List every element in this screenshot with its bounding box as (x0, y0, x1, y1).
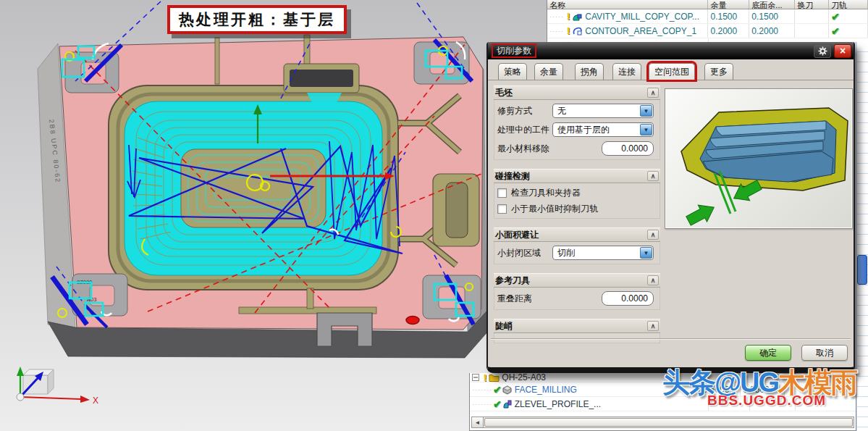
tree-connector: ······· (472, 401, 492, 408)
stepped-cavity-illustration (665, 89, 852, 228)
table-row[interactable]: ····· ! CONTOUR_AREA_COPY_1 0.2000 0.200… (547, 24, 868, 38)
operation-name: CONTOUR_AREA_COPY_1 (585, 26, 696, 36)
column-allowance[interactable]: 余量 (708, 0, 749, 9)
overlap-distance-label: 重叠距离 (497, 293, 532, 305)
axis-x-label: X (93, 396, 98, 406)
red-dot-marker (406, 317, 419, 325)
cancel-button[interactable]: 取消 (801, 345, 848, 361)
small-closed-area-label: 小封闭区域 (497, 247, 541, 259)
contour-area-icon (572, 26, 583, 36)
close-icon: × (840, 46, 846, 56)
allowance-value: 0.1500 (708, 9, 749, 23)
group-header-reference-tool[interactable]: 参考刀具 ∧ (494, 273, 660, 288)
tab-strategy[interactable]: 策略 (498, 63, 527, 80)
allowance-value (709, 397, 750, 411)
navigator-header-row: 名称 余量 底面余... 换刀 刀轨 (547, 0, 868, 9)
group-title: 陡峭 (495, 320, 513, 332)
floor-allowance-value: 0.2000 (749, 24, 795, 38)
floor-allowance-value (750, 397, 796, 411)
floor-allowance-value: 0.1500 (749, 9, 795, 23)
group-header-small-area[interactable]: 小面积避让 ∧ (494, 227, 660, 242)
min-removal-label: 最小材料移除 (497, 143, 549, 155)
application-window: 2B8 UPC 80-62 (0, 0, 868, 431)
gear-icon (818, 46, 827, 56)
toolpath-ok-icon: ✔ (831, 25, 840, 37)
operation-name: CAVITY_MILL_COPY_COP... (585, 12, 699, 22)
ok-button[interactable]: 确定 (745, 345, 791, 361)
tree-connector: ····· (549, 28, 564, 35)
suppress-below-min-label: 小于最小值时抑制刀轨 (511, 203, 598, 215)
trim-mode-dropdown[interactable]: 无 ▼ (552, 104, 654, 118)
tab-connections[interactable]: 连接 (612, 63, 641, 80)
tree-row-operation[interactable]: ······· ✔ ZLEVEL_PROFILE_... (470, 397, 856, 411)
tree-row-operation[interactable]: ······· ✔ FACE_MILLING 0.6000 0.0500 ✔ (470, 382, 856, 397)
check-tool-holder-label: 检查刀具和夹持器 (511, 187, 581, 199)
ipw-label: 处理中的工件 (497, 124, 549, 136)
chevron-down-icon: ▼ (644, 127, 649, 133)
annotation-banner: 热处理开粗：基于层 (167, 5, 347, 34)
expander-minus-icon[interactable] (472, 373, 479, 382)
collapse-chevron-icon[interactable]: ∧ (647, 275, 659, 285)
tab-stock[interactable]: 余量 (534, 63, 563, 80)
collapse-chevron-icon[interactable]: ∧ (647, 230, 659, 240)
tab-corners[interactable]: 拐角 (575, 63, 604, 80)
operation-navigator-bottom[interactable]: ! QH-25-A03 ······· ✔ FACE_MILLING 0.600… (469, 373, 856, 431)
group-title: 毛坯 (495, 87, 513, 99)
chevron-down-icon: ▼ (644, 108, 649, 114)
collapse-chevron-icon[interactable]: ∧ (647, 321, 659, 331)
horizontal-scrollbar-thumb[interactable] (484, 418, 853, 427)
tree-row-program-group[interactable]: ! QH-25-A03 (470, 373, 856, 382)
group-title: 碰撞检测 (495, 170, 530, 183)
group-header-steep[interactable]: 陡峭 ∧ (494, 319, 660, 333)
toolchange-value (795, 24, 829, 38)
warning-icon: ! (567, 25, 570, 36)
mold-3d-scene: 2B8 UPC 80-62 (0, 0, 550, 431)
dialog-titlebar[interactable]: 切削参数 × (488, 42, 854, 59)
min-removal-input[interactable]: 0.0000 (602, 141, 654, 156)
viewport-3d[interactable]: 2B8 UPC 80-62 (0, 0, 550, 431)
tab-containment[interactable]: 空间范围 (649, 63, 695, 80)
mold-cavity (109, 85, 398, 290)
horizontal-scrollbar[interactable]: ◄ (471, 417, 854, 428)
face-milling-icon (502, 385, 513, 395)
operation-navigator-table[interactable]: 名称 余量 底面余... 换刀 刀轨 ····· ! CAVITY_MILL_C… (547, 0, 868, 42)
group-header-collision[interactable]: 碰撞检测 ∧ (494, 169, 660, 183)
check-tool-holder-checkbox[interactable] (497, 188, 507, 198)
tree-connector: ······· (472, 386, 492, 393)
dialog-close-button[interactable]: × (834, 44, 851, 58)
column-name[interactable]: 名称 (547, 0, 708, 9)
small-closed-area-dropdown[interactable]: 切削 ▼ (552, 246, 654, 260)
toolpath-ok-icon: ✔ (831, 11, 840, 22)
ipw-dropdown[interactable]: 使用基于层的 ▼ (552, 122, 654, 137)
suppress-below-min-checkbox[interactable] (497, 204, 507, 214)
chevron-down-icon: ▼ (644, 250, 649, 256)
group-title: 参考刀具 (495, 275, 530, 287)
small-closed-area-value: 切削 (557, 247, 575, 259)
operation-name: ZLEVEL_PROFILE_... (515, 399, 601, 409)
collapse-chevron-icon[interactable]: ∧ (647, 88, 659, 98)
group-header-blank[interactable]: 毛坯 ∧ (494, 85, 660, 100)
scroll-left-button[interactable]: ◄ (472, 417, 484, 427)
ipw-value: 使用基于层的 (557, 124, 610, 136)
complete-check-icon: ✔ (493, 384, 502, 396)
group-title: 小面积避让 (495, 229, 539, 241)
side-grid-strip (856, 42, 868, 431)
dialog-settings-button[interactable] (814, 44, 831, 58)
tab-more[interactable]: 更多 (704, 63, 733, 80)
collapse-chevron-icon[interactable]: ∧ (647, 171, 659, 181)
table-row[interactable]: ····· ! CAVITY_MILL_COPY_COP... 0.1500 0… (547, 9, 868, 24)
trim-mode-value: 无 (557, 105, 566, 117)
column-toolpath[interactable]: 刀轨 (829, 0, 868, 9)
overlap-distance-input[interactable]: 0.0000 (602, 291, 654, 306)
warning-icon: ! (567, 11, 570, 22)
column-floor-allowance[interactable]: 底面余... (749, 0, 795, 9)
containment-preview-image (665, 88, 853, 229)
zlevel-profile-icon (502, 399, 513, 409)
status-icon: ! (484, 373, 486, 382)
column-toolchange[interactable]: 换刀 (795, 0, 829, 9)
dialog-tabs: 策略 余量 拐角 连接 空间范围 更多 (488, 59, 854, 80)
cavity-mill-icon (572, 12, 583, 22)
trim-mode-label: 修剪方式 (497, 105, 532, 117)
cutting-parameters-dialog: 切削参数 × 策略 余量 拐角 连接 空间范围 更多 (486, 42, 855, 373)
vertical-scrollbar-thumb[interactable] (857, 255, 867, 285)
